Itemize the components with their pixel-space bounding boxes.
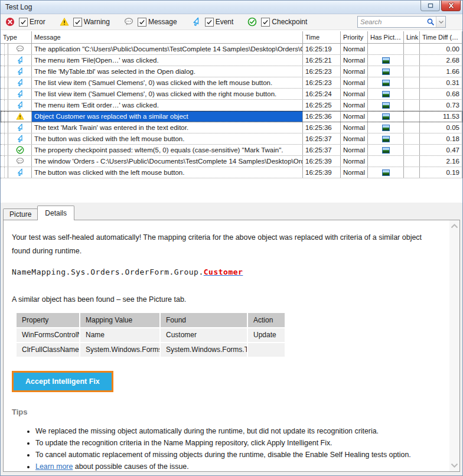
- tab-details[interactable]: Details: [37, 206, 74, 220]
- log-grid: TypeMessageTimePriorityHas Pict…LinkTime…: [1, 30, 462, 203]
- time-diff-cell: 2.68: [420, 55, 462, 66]
- filter-label: Message: [148, 18, 177, 26]
- picture-icon: [382, 136, 390, 142]
- type-cell: [1, 100, 32, 110]
- event-icon: [8, 56, 31, 64]
- tree-indent: [1, 122, 8, 133]
- filter-checkpoint: Checkpoint: [247, 17, 307, 27]
- event-checkbox[interactable]: [205, 18, 214, 27]
- column-header-pri[interactable]: Priority: [341, 31, 368, 43]
- priority-cell: Normal: [341, 89, 368, 99]
- scroll-up-icon[interactable]: [451, 224, 458, 229]
- chevron-down-icon[interactable]: [436, 17, 445, 27]
- log-row[interactable]: The file 'MyTable.tbl' was selected in t…: [1, 66, 462, 77]
- tree-indent: [1, 133, 8, 144]
- tree-indent: [1, 55, 8, 66]
- message-cell: The window 'Orders - C:\Users\Public\Doc…: [32, 156, 303, 167]
- event-icon: [8, 168, 31, 177]
- type-cell: [1, 133, 32, 144]
- log-row[interactable]: The list view item ('Samuel Clemens', 0)…: [1, 89, 462, 100]
- column-header-diff[interactable]: Time Diff (…: [420, 31, 462, 43]
- tip-item: To cancel automatic replacement of missi…: [35, 449, 446, 461]
- warning-checkbox[interactable]: [73, 18, 82, 27]
- has-picture-cell: [368, 145, 404, 155]
- restore-icon: [427, 1, 434, 11]
- log-row[interactable]: The application "C:\Users\Public\Documen…: [1, 44, 462, 55]
- column-header-pict[interactable]: Has Pict…: [368, 31, 404, 43]
- restore-button[interactable]: [420, 1, 440, 11]
- priority-cell: Normal: [341, 44, 368, 54]
- type-cell: [1, 77, 32, 88]
- mapping-table: PropertyMapping ValueFoundActionWinForms…: [17, 313, 285, 357]
- log-row[interactable]: The property checkpoint passed: wItem(5,…: [1, 145, 462, 156]
- time-cell: 16:25:23: [303, 77, 341, 88]
- column-header-msg[interactable]: Message: [32, 31, 303, 43]
- type-cell: [1, 66, 32, 77]
- tips-list: We replaced the missing object automatic…: [12, 426, 446, 471]
- mapping-table-header: Property: [17, 313, 79, 327]
- tree-indent: [1, 44, 8, 54]
- link-cell: [404, 111, 420, 122]
- log-row[interactable]: The button was clicked with the left mou…: [1, 167, 462, 178]
- picture-icon: [382, 69, 390, 75]
- log-row[interactable]: The text 'Mark Twain' was entered in the…: [1, 122, 462, 133]
- checkpoint-checkbox[interactable]: [261, 18, 270, 27]
- event-icon: [8, 79, 31, 87]
- picture-icon: [382, 147, 390, 154]
- picture-icon: [382, 169, 390, 176]
- log-row[interactable]: The menu item 'File|Open…' was clicked.1…: [1, 55, 462, 66]
- event-icon: [191, 17, 201, 27]
- message-checkbox[interactable]: [138, 18, 146, 27]
- log-row[interactable]: Object Customer was replaced with a simi…: [1, 111, 462, 122]
- has-picture-cell: [368, 89, 404, 99]
- details-scrollbar[interactable]: [449, 220, 459, 471]
- link-cell: [404, 133, 420, 144]
- tab-picture[interactable]: Picture: [3, 208, 38, 220]
- link-cell: [404, 44, 420, 54]
- time-cell: 16:25:21: [303, 55, 341, 66]
- error-checkbox[interactable]: [19, 18, 28, 27]
- time-cell: 16:25:39: [303, 156, 341, 167]
- time-cell: 16:25:23: [303, 66, 341, 77]
- log-row[interactable]: The list view item ('Samuel Clemens', 0)…: [1, 77, 462, 89]
- priority-cell: Normal: [341, 167, 368, 178]
- mapping-table-header: Action: [248, 313, 285, 327]
- learn-more-link[interactable]: Learn more: [35, 462, 73, 471]
- priority-cell: Normal: [341, 66, 368, 77]
- time-cell: 16:25:24: [303, 89, 341, 99]
- code-highlight-customer[interactable]: Customer: [204, 268, 243, 276]
- search-input[interactable]: [358, 18, 426, 25]
- search-icon[interactable]: [426, 18, 435, 26]
- message-cell: The menu item 'File|Open…' was clicked.: [32, 55, 303, 66]
- time-diff-cell: 2.16: [420, 156, 462, 167]
- log-row[interactable]: The button was clicked with the left mou…: [1, 133, 462, 145]
- scroll-down-icon[interactable]: [451, 463, 458, 468]
- filter-message: Message: [124, 17, 177, 27]
- link-cell: [404, 55, 420, 66]
- message-cell: The menu item 'Edit order…' was clicked.: [32, 100, 303, 110]
- column-header-type[interactable]: Type: [1, 31, 32, 43]
- priority-cell: Normal: [341, 156, 368, 167]
- similar-object-note: A similar object has been found – see th…: [12, 295, 446, 304]
- column-header-link[interactable]: Link: [404, 31, 420, 43]
- has-picture-cell: [368, 156, 404, 167]
- link-cell: [404, 145, 420, 155]
- close-button[interactable]: [441, 1, 461, 11]
- log-row[interactable]: The window 'Orders - C:\Users\Public\Doc…: [1, 156, 462, 167]
- tip-item: To update the recognition criteria in th…: [35, 438, 446, 449]
- priority-cell: Normal: [341, 122, 368, 133]
- details-content: Your test was self-healed automatically!…: [4, 220, 449, 471]
- accept-intelligent-fix-button[interactable]: Accept Intelligent Fix: [12, 371, 113, 392]
- time-diff-cell: 0.19: [420, 167, 462, 178]
- time-cell: 16:25:39: [303, 167, 341, 178]
- time-cell: 16:25:25: [303, 100, 341, 110]
- type-cell: [1, 156, 32, 167]
- log-row[interactable]: The menu item 'Edit order…' was clicked.…: [1, 100, 462, 111]
- column-header-time[interactable]: Time: [303, 31, 341, 43]
- window-title: Test Log: [5, 3, 32, 11]
- tab-strip: Picture Details: [1, 203, 462, 220]
- tree-indent: [1, 156, 8, 167]
- priority-cell: Normal: [341, 133, 368, 144]
- event-icon: [8, 101, 31, 109]
- link-cell: [404, 66, 420, 77]
